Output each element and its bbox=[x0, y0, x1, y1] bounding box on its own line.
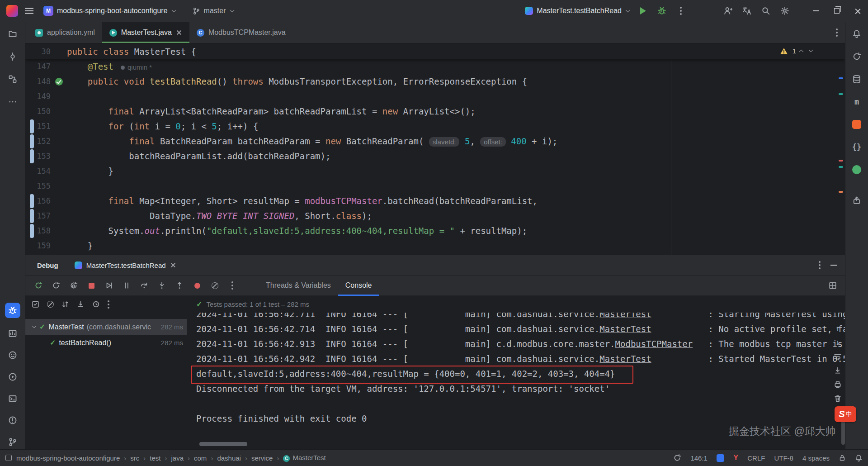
gutter-slot[interactable] bbox=[51, 74, 67, 89]
youdao-plugin-icon[interactable]: Y bbox=[733, 453, 738, 462]
notifications-status-icon[interactable] bbox=[855, 454, 863, 462]
code-line[interactable]: 158 System.out.println("default,slaveId:… bbox=[25, 223, 845, 238]
breadcrumb-item[interactable]: src bbox=[130, 454, 139, 462]
breadcrumb-item[interactable]: dashuai bbox=[217, 454, 241, 462]
assistant-tool-button[interactable] bbox=[6, 349, 19, 361]
translate-button[interactable] bbox=[741, 5, 753, 17]
code-line[interactable]: 147 @Testqiumin * bbox=[25, 59, 845, 74]
console-horizontal-scrollbar[interactable] bbox=[199, 442, 247, 446]
next-occurrence-icon[interactable]: ↓ bbox=[835, 338, 840, 347]
stripe-mark[interactable] bbox=[839, 166, 843, 168]
code-with-me-button[interactable] bbox=[722, 5, 734, 17]
clear-console-icon[interactable] bbox=[834, 395, 842, 403]
console-link[interactable]: MasterTest bbox=[599, 313, 651, 319]
line-number[interactable]: 30 bbox=[32, 44, 51, 59]
translation-plugin-icon[interactable] bbox=[717, 454, 724, 462]
close-tab-icon[interactable] bbox=[176, 29, 182, 36]
code-line[interactable]: 156 final Map<Integer, Short> resultMap … bbox=[25, 194, 845, 209]
stripe-mark[interactable] bbox=[839, 191, 843, 193]
tabstrip-options[interactable] bbox=[836, 22, 845, 43]
console-line[interactable]: 2024-11-01 16:56:42.942 INFO 16164 --- [… bbox=[196, 352, 845, 366]
chevron-down-icon[interactable] bbox=[32, 323, 37, 328]
stripe-mark[interactable] bbox=[839, 93, 843, 95]
search-everywhere-button[interactable] bbox=[760, 5, 772, 17]
tool-window-widget-icon[interactable] bbox=[5, 455, 12, 461]
line-number[interactable]: 149 bbox=[32, 89, 51, 104]
breadcrumb-item[interactable]: test bbox=[150, 454, 160, 462]
gutter-slot[interactable] bbox=[51, 119, 67, 134]
sync-button[interactable] bbox=[850, 50, 863, 63]
sort-icon[interactable] bbox=[61, 300, 69, 308]
stripe-mark[interactable] bbox=[839, 160, 843, 162]
line-number[interactable]: 151 bbox=[32, 119, 51, 134]
plugin-orange-button[interactable] bbox=[850, 118, 863, 131]
view-breakpoints-button[interactable] bbox=[190, 279, 204, 292]
line-number[interactable]: 156 bbox=[32, 194, 51, 209]
run-button[interactable] bbox=[637, 5, 649, 17]
share-button[interactable] bbox=[850, 194, 863, 207]
editor-tab[interactable]: ModbusTCPMaster.java bbox=[189, 22, 293, 43]
commit-tool-button[interactable] bbox=[6, 50, 19, 63]
problems-tool-button[interactable] bbox=[6, 414, 19, 427]
breadcrumb-item[interactable]: java bbox=[171, 454, 184, 462]
prev-occurrence-icon[interactable]: ↑ bbox=[835, 324, 840, 333]
code-line[interactable]: 153 batchReadParamList.add(batchReadPara… bbox=[25, 149, 845, 164]
debug-session-tab[interactable]: MasterTest.testBatchRead bbox=[75, 262, 176, 269]
pause-button[interactable] bbox=[120, 279, 133, 292]
gutter-slot[interactable] bbox=[51, 89, 67, 104]
editor-tab[interactable]: MasterTest.java bbox=[102, 22, 189, 43]
debug-tool-button[interactable] bbox=[5, 303, 20, 318]
scroll-to-end-icon[interactable] bbox=[834, 366, 842, 375]
gutter-slot[interactable] bbox=[51, 223, 67, 238]
test-passed-gutter-icon[interactable] bbox=[55, 78, 63, 86]
debug-view-tab[interactable]: Threads & Variables bbox=[259, 276, 338, 296]
code-line[interactable]: 150 final ArrayList<BatchReadParam> batc… bbox=[25, 104, 845, 119]
breadcrumb-item[interactable]: CMasterTest bbox=[283, 454, 326, 462]
caret-position[interactable]: 146:1 bbox=[690, 454, 708, 462]
show-ignored-icon[interactable] bbox=[47, 301, 54, 308]
code-line[interactable]: 154 } bbox=[25, 164, 845, 179]
line-number[interactable]: 152 bbox=[32, 134, 51, 149]
code-line[interactable]: 149 bbox=[25, 89, 845, 104]
gutter-slot[interactable] bbox=[51, 238, 67, 253]
gutter-slot[interactable] bbox=[51, 134, 67, 149]
more-actions-button[interactable] bbox=[675, 5, 687, 17]
run-configuration-widget[interactable]: MasterTest.testBatchRead bbox=[521, 5, 632, 17]
services-tool-button[interactable] bbox=[6, 371, 19, 383]
encoding-widget[interactable]: UTF-8 bbox=[774, 454, 793, 462]
gutter-slot[interactable] bbox=[51, 209, 67, 223]
gutter-slot[interactable] bbox=[51, 179, 67, 194]
line-number[interactable]: 154 bbox=[32, 164, 51, 179]
console-link[interactable]: MasterTest bbox=[599, 354, 651, 364]
soft-wrap-icon[interactable] bbox=[834, 352, 842, 361]
gutter-slot[interactable] bbox=[51, 149, 67, 164]
editor-tab[interactable]: application.yml bbox=[28, 22, 102, 43]
stop-button[interactable] bbox=[85, 279, 98, 292]
maximize-button[interactable] bbox=[826, 0, 847, 22]
indent-widget[interactable]: 4 spaces bbox=[802, 454, 830, 462]
code-line[interactable]: 159 } bbox=[25, 238, 845, 253]
line-number[interactable]: 150 bbox=[32, 104, 51, 119]
plugin-green-button[interactable] bbox=[850, 163, 863, 176]
code-line[interactable]: 151 for (int i = 0; i < 5; i++) { bbox=[25, 119, 845, 134]
line-number[interactable]: 153 bbox=[32, 149, 51, 164]
main-menu-button[interactable] bbox=[23, 5, 35, 17]
step-out-button[interactable] bbox=[173, 279, 186, 292]
breadcrumb-item[interactable]: modbus-spring-boot-autoconfigure bbox=[16, 454, 120, 462]
step-over-button[interactable] bbox=[137, 279, 151, 292]
line-number[interactable]: 147 bbox=[32, 59, 51, 74]
code-line[interactable]: 152 final BatchReadParam batchReadParam … bbox=[25, 134, 845, 149]
inspection-widget[interactable]: 1 bbox=[780, 47, 811, 55]
console-link[interactable]: MasterTest bbox=[599, 324, 651, 334]
gutter-slot[interactable] bbox=[51, 194, 67, 209]
code-line[interactable]: 157 DataType.TWO_BYTE_INT_SIGNED, Short.… bbox=[25, 209, 845, 223]
breadcrumb-item[interactable]: service bbox=[251, 454, 273, 462]
line-number[interactable]: 155 bbox=[32, 179, 51, 194]
console-line[interactable]: Disconnected from the target VM, address… bbox=[196, 381, 845, 396]
rerun-button[interactable] bbox=[32, 279, 45, 292]
breadcrumb-item[interactable]: com bbox=[194, 454, 207, 462]
stripe-mark[interactable] bbox=[839, 77, 843, 79]
debug-button[interactable] bbox=[656, 5, 668, 17]
debug-view-tab[interactable]: Console bbox=[338, 276, 379, 296]
step-into-button[interactable] bbox=[155, 279, 169, 292]
